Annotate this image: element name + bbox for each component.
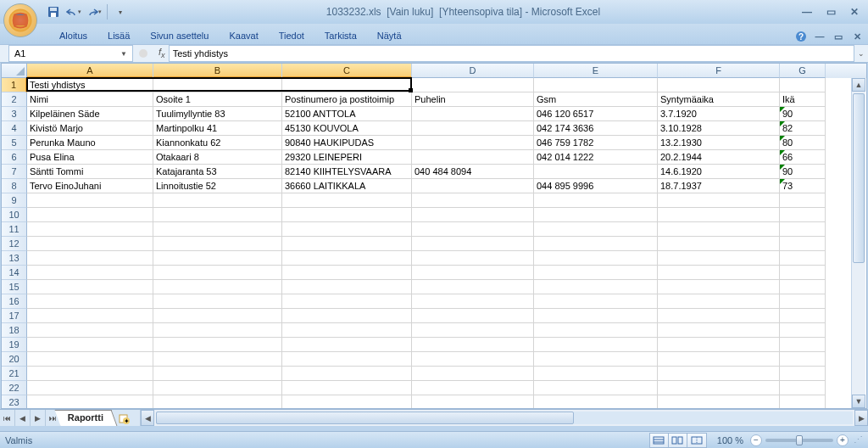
scroll-right-button[interactable]: ▶ bbox=[854, 410, 868, 426]
normal-view-button[interactable] bbox=[650, 434, 669, 447]
cell-A11[interactable] bbox=[27, 222, 153, 237]
row-header-3[interactable]: 3 bbox=[2, 107, 27, 121]
zoom-out-button[interactable]: − bbox=[750, 434, 762, 446]
column-header-G[interactable]: G bbox=[780, 64, 826, 78]
cell-F1[interactable] bbox=[658, 78, 780, 92]
tab-sivun-asettelu[interactable]: Sivun asettelu bbox=[140, 27, 219, 44]
cell-A8[interactable]: Tervo EinoJuhani bbox=[27, 179, 153, 193]
cell-B13[interactable] bbox=[153, 251, 282, 266]
cell-D21[interactable] bbox=[412, 367, 534, 381]
minimize-button[interactable]: — bbox=[797, 4, 817, 20]
cell-F4[interactable]: 3.10.1928 bbox=[658, 121, 780, 136]
cell-F9[interactable] bbox=[658, 193, 780, 208]
scroll-left-button[interactable]: ◀ bbox=[141, 410, 154, 426]
cell-G23[interactable] bbox=[780, 395, 826, 408]
cell-A2[interactable]: Nimi bbox=[27, 92, 153, 107]
cell-D8[interactable] bbox=[412, 179, 534, 193]
cell-A22[interactable] bbox=[27, 381, 153, 395]
cell-F19[interactable] bbox=[658, 338, 780, 352]
cell-D10[interactable] bbox=[412, 208, 534, 222]
cell-E20[interactable] bbox=[534, 352, 658, 367]
row-header-6[interactable]: 6 bbox=[2, 150, 27, 165]
cell-C19[interactable] bbox=[282, 338, 412, 352]
sheet-next-button[interactable]: ▶ bbox=[31, 410, 46, 426]
cell-D12[interactable] bbox=[412, 237, 534, 251]
name-box-dropdown-icon[interactable]: ▼ bbox=[120, 50, 127, 58]
cell-B22[interactable] bbox=[153, 381, 282, 395]
cell-E23[interactable] bbox=[534, 395, 658, 408]
fx-icon[interactable]: fx bbox=[152, 47, 169, 59]
cell-E21[interactable] bbox=[534, 367, 658, 381]
cell-E2[interactable]: Gsm bbox=[534, 92, 658, 107]
cell-B2[interactable]: Osoite 1 bbox=[153, 92, 282, 107]
cell-D23[interactable] bbox=[412, 395, 534, 408]
cell-C13[interactable] bbox=[282, 251, 412, 266]
cell-A5[interactable]: Perunka Mauno bbox=[27, 136, 153, 150]
cell-A19[interactable] bbox=[27, 338, 153, 352]
cell-A10[interactable] bbox=[27, 208, 153, 222]
cell-C9[interactable] bbox=[282, 193, 412, 208]
cell-B7[interactable]: Katajaranta 53 bbox=[153, 165, 282, 179]
zoom-in-button[interactable]: + bbox=[837, 434, 849, 446]
cell-E6[interactable]: 042 014 1222 bbox=[534, 150, 658, 165]
cell-C20[interactable] bbox=[282, 352, 412, 367]
name-box[interactable]: A1 ▼ bbox=[8, 45, 133, 62]
column-header-C[interactable]: C bbox=[282, 64, 412, 78]
row-header-8[interactable]: 8 bbox=[2, 179, 27, 193]
cell-D16[interactable] bbox=[412, 294, 534, 309]
cell-A3[interactable]: Kilpeläinen Säde bbox=[27, 107, 153, 121]
row-header-23[interactable]: 23 bbox=[2, 395, 27, 408]
cell-G20[interactable] bbox=[780, 352, 826, 367]
spreadsheet-grid[interactable]: ABCDEFG 1Testi yhdistys2NimiOsoite 1Post… bbox=[1, 63, 867, 409]
cell-C18[interactable] bbox=[282, 323, 412, 338]
row-header-13[interactable]: 13 bbox=[2, 251, 27, 266]
column-header-F[interactable]: F bbox=[658, 64, 780, 78]
cell-A14[interactable] bbox=[27, 266, 153, 280]
cell-A21[interactable] bbox=[27, 367, 153, 381]
cell-D2[interactable]: Puhelin bbox=[412, 92, 534, 107]
vscroll-thumb[interactable] bbox=[853, 93, 865, 263]
redo-button[interactable]: ▾ bbox=[85, 3, 103, 21]
row-header-10[interactable]: 10 bbox=[2, 208, 27, 222]
cell-E16[interactable] bbox=[534, 294, 658, 309]
cell-F2[interactable]: Syntymäaika bbox=[658, 92, 780, 107]
cell-C1[interactable] bbox=[282, 78, 412, 92]
cell-F8[interactable]: 18.7.1937 bbox=[658, 179, 780, 193]
workbook-close-button[interactable]: ✕ bbox=[849, 30, 865, 43]
zoom-slider-thumb[interactable] bbox=[796, 435, 803, 445]
cell-E1[interactable] bbox=[534, 78, 658, 92]
row-header-18[interactable]: 18 bbox=[2, 323, 27, 338]
cell-C6[interactable]: 29320 LEINEPERI bbox=[282, 150, 412, 165]
row-header-17[interactable]: 17 bbox=[2, 309, 27, 323]
cell-E7[interactable] bbox=[534, 165, 658, 179]
row-header-19[interactable]: 19 bbox=[2, 338, 27, 352]
cell-B15[interactable] bbox=[153, 280, 282, 294]
tab-kaavat[interactable]: Kaavat bbox=[219, 27, 268, 44]
cell-D17[interactable] bbox=[412, 309, 534, 323]
resize-grip-icon[interactable]: ⋰ bbox=[854, 434, 863, 445]
cell-D5[interactable] bbox=[412, 136, 534, 150]
restore-button[interactable]: ▭ bbox=[821, 4, 841, 20]
cell-B16[interactable] bbox=[153, 294, 282, 309]
cell-F11[interactable] bbox=[658, 222, 780, 237]
column-header-B[interactable]: B bbox=[153, 64, 282, 78]
cell-F20[interactable] bbox=[658, 352, 780, 367]
cell-G14[interactable] bbox=[780, 266, 826, 280]
row-header-1[interactable]: 1 bbox=[2, 78, 27, 92]
cell-C11[interactable] bbox=[282, 222, 412, 237]
cell-A15[interactable] bbox=[27, 280, 153, 294]
cell-G12[interactable] bbox=[780, 237, 826, 251]
row-header-11[interactable]: 11 bbox=[2, 222, 27, 237]
cell-F5[interactable]: 13.2.1930 bbox=[658, 136, 780, 150]
formula-input[interactable]: Testi yhdistys bbox=[169, 45, 854, 62]
hscroll-thumb[interactable] bbox=[156, 412, 574, 424]
cell-B6[interactable]: Otakaari 8 bbox=[153, 150, 282, 165]
cell-B12[interactable] bbox=[153, 237, 282, 251]
undo-button[interactable]: ▾ bbox=[64, 3, 83, 21]
cell-C16[interactable] bbox=[282, 294, 412, 309]
page-layout-view-button[interactable] bbox=[669, 434, 687, 447]
cell-D18[interactable] bbox=[412, 323, 534, 338]
cell-B1[interactable] bbox=[153, 78, 282, 92]
column-header-A[interactable]: A bbox=[27, 64, 153, 78]
row-header-14[interactable]: 14 bbox=[2, 266, 27, 280]
